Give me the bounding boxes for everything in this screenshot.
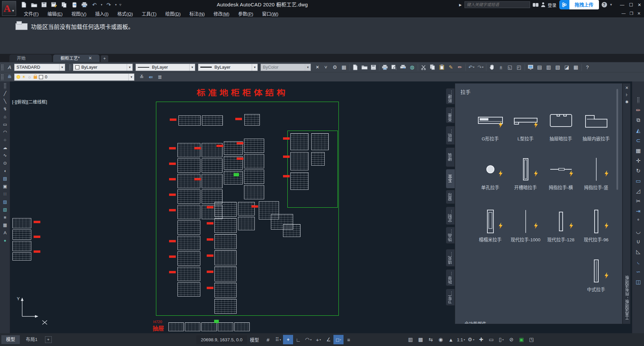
- palette-item-拇指拉手-横[interactable]: 拇指拉手-横: [543, 156, 578, 192]
- palette-tab-定制[interactable]: 定制…: [446, 207, 455, 225]
- mirror-icon[interactable]: ◭: [632, 125, 644, 135]
- snap-mode-icon-dropdown[interactable]: ▾: [280, 338, 281, 341]
- search-binoculars-icon[interactable]: [533, 3, 538, 7]
- tool-palettes-icon[interactable]: ▥: [544, 63, 553, 71]
- clean-screen-icon[interactable]: ◳: [526, 335, 536, 344]
- palette-tab-硬装[interactable]: 硬装: [446, 147, 455, 167]
- close-button[interactable]: ✕: [638, 2, 641, 7]
- open-folder-icon[interactable]: [360, 63, 369, 71]
- sheet-set-icon[interactable]: ▧: [553, 63, 562, 71]
- extend-icon[interactable]: ⇥: [632, 206, 644, 216]
- undo-icon-dropdown[interactable]: ▾: [473, 66, 474, 69]
- toolbar-grip[interactable]: [637, 97, 640, 103]
- layer-on-bulb-icon[interactable]: [16, 75, 20, 79]
- publish-icon[interactable]: [399, 63, 408, 71]
- palette-item-G形拉手[interactable]: G形拉手: [473, 107, 508, 151]
- color-combo[interactable]: ByLayer▾: [73, 64, 133, 71]
- undo-icon-dropdown[interactable]: ▾: [100, 3, 103, 6]
- plot-icon[interactable]: [80, 1, 89, 9]
- polygon-icon[interactable]: ⌂: [0, 113, 10, 120]
- cut-icon[interactable]: [419, 63, 428, 71]
- plot-style-combo[interactable]: ByColor▾: [260, 64, 311, 71]
- new-file-tab-button[interactable]: +: [101, 55, 108, 62]
- break-at-point-icon[interactable]: °: [632, 216, 644, 226]
- palette-item-开槽暗拉手[interactable]: 开槽暗拉手: [508, 156, 543, 192]
- palette-item-L型拉手[interactable]: L型拉手: [508, 107, 543, 151]
- edit-icon[interactable]: ✏: [455, 63, 465, 71]
- rotate-icon[interactable]: ↻: [632, 166, 644, 176]
- offset-icon[interactable]: ⊂: [632, 135, 644, 145]
- palette-properties-icon[interactable]: ✱: [623, 100, 631, 106]
- layout-tab-模型[interactable]: 模型: [1, 335, 20, 344]
- text-style-combo-dropdown-icon[interactable]: ▾: [59, 64, 65, 71]
- isolate-objects-icon[interactable]: ⊘: [506, 335, 516, 344]
- redo-icon[interactable]: ↷▾: [476, 63, 485, 71]
- linetype-combo-dropdown-icon[interactable]: ▾: [189, 64, 195, 71]
- palette-tab-茶墨[interactable]: 茶墨…: [446, 107, 455, 123]
- menu-item-5[interactable]: 工具(T): [137, 9, 161, 18]
- hatch-icon[interactable]: ▨: [0, 198, 10, 206]
- make-layer-current-icon[interactable]: ≚: [137, 73, 146, 81]
- menu-item-8[interactable]: 修改(M): [209, 9, 234, 18]
- minimize-button[interactable]: —: [620, 2, 624, 7]
- add-selected-icon[interactable]: ●: [0, 237, 10, 244]
- palette-tab-卫生[interactable]: 卫生…: [446, 289, 455, 306]
- ellipse-arc-icon[interactable]: ◖: [0, 167, 10, 175]
- point-icon[interactable]: ∷: [0, 190, 10, 198]
- save-icon[interactable]: [40, 1, 48, 9]
- 3d-object-snap-icon[interactable]: ⇆: [426, 335, 436, 344]
- menu-item-10[interactable]: 窗口(W): [258, 9, 283, 18]
- palette-autohide-icon[interactable]: ⊦: [623, 93, 631, 99]
- help-icon[interactable]: ?: [583, 63, 592, 71]
- copy-icon[interactable]: [428, 63, 437, 71]
- open-folder-icon[interactable]: [30, 1, 38, 9]
- isodraft-icon[interactable]: +▾: [313, 335, 323, 344]
- designcenter-icon[interactable]: ▤: [535, 63, 544, 71]
- menu-item-3[interactable]: 插入(I): [91, 9, 113, 18]
- text-style-combo[interactable]: STANDARD▾: [14, 64, 65, 71]
- ellipse-icon[interactable]: ⊙: [0, 159, 10, 167]
- quickcalc-icon[interactable]: ▦: [571, 63, 580, 71]
- menu-item-9[interactable]: 参数(P): [234, 9, 258, 18]
- web-icon[interactable]: ◍: [408, 63, 417, 71]
- new-file-icon[interactable]: [351, 63, 360, 71]
- layout-tab-布局1[interactable]: 布局1: [21, 335, 42, 344]
- menu-item-0[interactable]: 文件(F): [19, 9, 43, 18]
- palette-item-单孔拉手[interactable]: 单孔拉手: [473, 156, 508, 192]
- gear-icon[interactable]: ⚙: [330, 63, 339, 71]
- layer-unlock-icon[interactable]: [34, 76, 37, 79]
- object-snap-icon-dropdown[interactable]: ▾: [340, 338, 341, 341]
- revcloud-icon[interactable]: ☁: [0, 144, 10, 151]
- layer-combo[interactable]: ☀☼0▾: [14, 73, 134, 81]
- construction-line-icon[interactable]: ╲: [0, 97, 10, 105]
- annotation-scale-control-dropdown[interactable]: ▾: [464, 338, 465, 341]
- lineweight-icon[interactable]: ≡: [344, 335, 354, 344]
- grid-display-icon[interactable]: #: [263, 335, 273, 344]
- palette-item-现代拉手-96[interactable]: 现代拉手-96: [578, 208, 614, 252]
- move-icon[interactable]: ✛: [632, 155, 644, 166]
- line-icon[interactable]: ╱: [0, 90, 10, 97]
- doc-close-button[interactable]: ✕: [637, 11, 641, 16]
- paste-icon[interactable]: [437, 63, 446, 71]
- layer-states-icon[interactable]: ≣: [155, 73, 164, 81]
- undo-icon[interactable]: ↶▾: [467, 63, 476, 71]
- file-tab-active[interactable]: 橱柜工艺*✕: [53, 55, 99, 62]
- toolbar-overflow-icon[interactable]: ˅: [321, 63, 330, 71]
- lineweight-combo[interactable]: ByLayer▾: [198, 64, 258, 71]
- match-properties-icon[interactable]: ✎: [446, 63, 455, 71]
- drag-upload-button[interactable]: 拖拽上传: [569, 0, 599, 9]
- menu-item-1[interactable]: 编辑(E): [43, 9, 67, 18]
- toolbar-grip[interactable]: [4, 83, 6, 89]
- menu-item-7[interactable]: 标注(N): [185, 9, 209, 18]
- menu-item-4[interactable]: 格式(O): [113, 9, 137, 18]
- erase-icon[interactable]: ✏: [632, 105, 644, 115]
- help-dropdown-icon[interactable]: ▼: [610, 3, 613, 6]
- customize-dropdown-icon[interactable]: ▿: [119, 2, 122, 7]
- polyline-icon[interactable]: ↯: [0, 105, 10, 113]
- break-icon[interactable]: ◡: [632, 226, 644, 236]
- annotation-monitor-icon[interactable]: ✚: [476, 335, 486, 344]
- plot-icon[interactable]: [380, 63, 390, 71]
- quick-properties-icon[interactable]: ▭: [486, 335, 496, 344]
- plot-preview-icon[interactable]: [390, 63, 399, 71]
- object-snap-tracking-icon[interactable]: ∠: [323, 335, 333, 344]
